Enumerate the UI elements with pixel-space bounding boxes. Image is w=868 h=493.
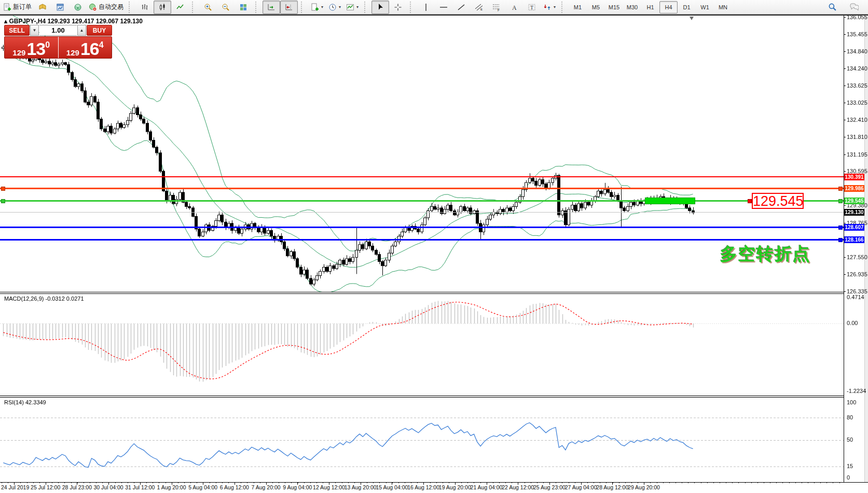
buy-price-display[interactable]: 129 16 4 — [59, 37, 112, 58]
line-handle[interactable] — [1, 187, 5, 191]
timeframe-mn[interactable]: MN — [714, 1, 732, 13]
styles-button[interactable] — [34, 1, 51, 14]
chart-shift-marker[interactable] — [690, 17, 694, 20]
timeframe-h1[interactable]: H1 — [641, 1, 659, 13]
auto-trading-label: 自动交易 — [99, 3, 123, 11]
turning-point-note[interactable]: 多空转折点 — [720, 243, 811, 266]
search-button[interactable] — [823, 1, 841, 14]
auto-scroll-button[interactable] — [263, 1, 280, 14]
arrows-dropdown-button[interactable]: ▾ — [541, 1, 558, 14]
community-chat-button[interactable] — [845, 1, 863, 14]
time-tick-minor — [285, 482, 285, 483]
chevron-down-icon: ▾ — [554, 5, 556, 9]
time-tick-minor — [820, 482, 821, 483]
price-tick-label: 127.550 — [847, 254, 867, 260]
time-tick-minor — [266, 482, 267, 483]
panel-separator[interactable] — [0, 397, 844, 398]
line-handle[interactable] — [838, 238, 843, 242]
time-tick-minor — [833, 482, 833, 483]
timeframe-m5[interactable]: M5 — [587, 1, 605, 13]
volume-decrease-button[interactable]: ▼ — [30, 25, 39, 36]
timeframe-d1[interactable]: D1 — [678, 1, 696, 13]
time-tick-minor — [84, 482, 84, 483]
price-tick-mark — [844, 257, 846, 258]
zoom-out-button[interactable] — [217, 1, 235, 14]
profile-charts-button[interactable] — [51, 1, 69, 14]
price-tick-label: 133.625 — [847, 82, 867, 89]
time-axis-label: 24 Jul 2019 — [1, 484, 29, 490]
macd-scale-label: -1.2234 — [847, 388, 866, 394]
horizontal-line-129.130[interactable] — [0, 212, 844, 213]
time-tick-minor — [172, 482, 172, 483]
timeframe-m1[interactable]: M1 — [569, 1, 587, 13]
one-click-trade-panel: SELL ▼ ▲ BUY 129 13 0 129 16 4 — [4, 25, 112, 59]
time-tick-minor — [20, 482, 21, 483]
time-tick-minor — [272, 482, 273, 483]
sell-price-display[interactable]: 129 13 0 — [5, 37, 59, 58]
buy-button[interactable]: BUY — [87, 25, 112, 36]
time-tick-minor — [39, 482, 40, 483]
period-dropdown-button[interactable]: ▾ — [326, 1, 343, 14]
time-tick-minor — [134, 482, 134, 483]
panel-separator[interactable] — [0, 293, 844, 294]
line-handle[interactable] — [838, 187, 843, 191]
new-chart-dropdown-button[interactable]: ▾ — [308, 1, 326, 14]
time-tick-minor — [537, 482, 538, 483]
horizontal-line-128.607[interactable] — [0, 227, 844, 228]
price-tick-label: 132.410 — [847, 117, 867, 123]
chart-plot-area[interactable] — [0, 16, 844, 482]
new-order-button[interactable]: 新订单 — [1, 1, 34, 14]
timeframe-m30[interactable]: M30 — [623, 1, 641, 13]
indicators-dropdown-button[interactable]: ▾ — [343, 1, 361, 14]
timeframe-m15[interactable]: M15 — [605, 1, 623, 13]
callout-handle[interactable] — [748, 199, 752, 203]
line-chart-mode-button[interactable] — [171, 1, 189, 14]
line-handle[interactable] — [838, 226, 843, 230]
tile-windows-button[interactable] — [235, 1, 252, 14]
line-handle[interactable] — [1, 199, 5, 203]
price-tick-label: 133.025 — [847, 100, 867, 106]
time-axis-label: 12 Aug 12:00 — [313, 484, 345, 490]
auto-trading-button[interactable]: 自动交易 — [87, 1, 126, 14]
signals-button[interactable] — [69, 1, 87, 14]
crosshair-tool-button[interactable] — [389, 1, 407, 14]
bar-chart-mode-button[interactable] — [136, 1, 154, 14]
price-tick-label: 126.935 — [847, 271, 867, 277]
timeframe-w1[interactable]: W1 — [696, 1, 714, 13]
time-tick-minor — [210, 482, 210, 483]
horizontal-line-130.391[interactable] — [0, 176, 844, 177]
volume-increase-button[interactable]: ▲ — [77, 25, 86, 36]
line-handle[interactable] — [838, 199, 843, 203]
zoom-in-button[interactable] — [199, 1, 217, 14]
clock-icon — [328, 3, 337, 11]
horizontal-line-129.986[interactable] — [0, 188, 844, 189]
price-callout-label[interactable]: 129.545 — [752, 193, 804, 209]
time-tick-minor — [543, 482, 544, 483]
cursor-tool-button[interactable] — [371, 1, 389, 14]
green-zone-rectangle[interactable] — [645, 198, 695, 204]
horizontal-line-tool-button[interactable] — [435, 1, 452, 14]
volume-input[interactable] — [39, 25, 77, 36]
vertical-line-tool-button[interactable] — [417, 1, 435, 14]
panel-collapse-icon[interactable]: ▴ — [4, 18, 7, 25]
text-label-tool-button[interactable]: T — [523, 1, 541, 14]
time-axis-label: 30 Jul 04:00 — [93, 484, 123, 490]
horizontal-line-128.166[interactable] — [0, 239, 844, 241]
panel-separator[interactable] — [0, 396, 844, 396]
time-tick-minor — [121, 482, 122, 483]
time-tick-minor — [575, 482, 575, 483]
chart-shift-button[interactable] — [280, 1, 298, 14]
fibonacci-tool-button[interactable]: F — [488, 1, 505, 14]
time-tick-minor — [587, 482, 588, 483]
time-tick-minor — [260, 482, 260, 483]
price-tick-label: 135.455 — [847, 31, 867, 37]
text-tool-button[interactable]: A — [505, 1, 523, 14]
sell-button[interactable]: SELL — [4, 25, 30, 36]
horizontal-line-129.545[interactable] — [0, 200, 844, 202]
trendline-tool-button[interactable] — [452, 1, 470, 14]
timeframe-h4[interactable]: H4 — [659, 1, 678, 13]
panel-separator[interactable] — [0, 292, 844, 292]
chart-shift-icon — [285, 3, 293, 11]
channel-tool-button[interactable]: E — [470, 1, 488, 14]
candlestick-mode-button[interactable] — [154, 1, 171, 14]
